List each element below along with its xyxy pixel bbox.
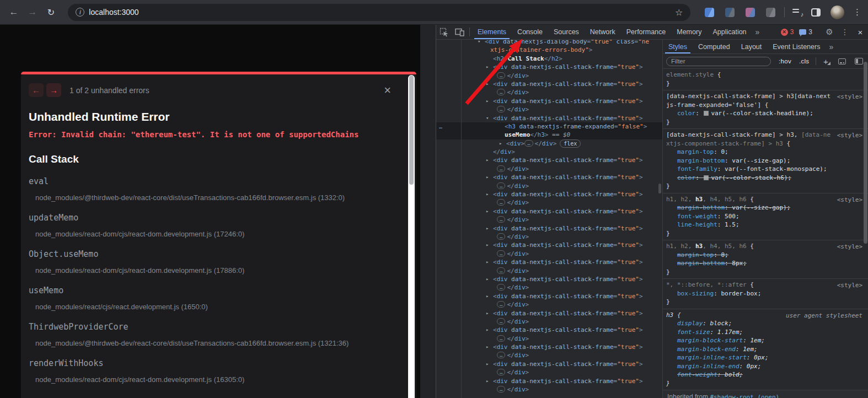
rendering-emulation-icon[interactable] (838, 58, 846, 64)
devtools-menu-icon[interactable]: ⋮ (837, 28, 853, 36)
shadow-root-link[interactable]: #shadow-root (open) (710, 394, 779, 398)
inspect-element-icon[interactable] (436, 25, 452, 39)
tab-console[interactable]: Console (512, 25, 548, 39)
color-swatch[interactable] (704, 175, 709, 180)
expand-ellipsis-button[interactable]: … (497, 233, 505, 240)
expanded-arrow-icon[interactable]: ▾ (486, 114, 489, 122)
dom-tree-row[interactable]: ▸<div data-nextjs-call-stack-frame="true… (436, 326, 662, 334)
collapsed-arrow-icon[interactable]: ▸ (486, 377, 489, 385)
css-property[interactable]: line-height: 1.5; (666, 220, 860, 229)
dom-tree-row[interactable]: ▸<div data-nextjs-call-stack-frame="true… (436, 275, 662, 283)
extension-blue-gray[interactable] (725, 8, 735, 17)
tab-sources[interactable]: Sources (548, 25, 585, 39)
sidebar-tab-event-listeners[interactable]: Event Listeners (767, 40, 826, 53)
dom-tree-row[interactable]: ▸<div data-nextjs-call-stack-frame="true… (436, 207, 662, 216)
tab-performance[interactable]: Performance (621, 25, 672, 39)
extension-gray[interactable] (766, 8, 775, 17)
collapsed-arrow-icon[interactable]: ▸ (486, 156, 489, 164)
device-toolbar-icon[interactable] (452, 25, 467, 39)
dom-tree-row[interactable]: …</div> (436, 216, 662, 224)
toggle-sidebar-icon[interactable] (855, 58, 863, 64)
dom-tree-row[interactable]: useMemo</h3> == $0 (436, 131, 662, 139)
call-stack-frame[interactable]: renderWithHooksnode_modules/react-dom/cj… (29, 358, 391, 384)
style-origin-link[interactable]: <style> (837, 243, 862, 251)
expand-ellipsis-button[interactable]: … (497, 72, 505, 79)
dom-tree-row[interactable]: …</div> (436, 351, 662, 359)
dom-tree-row[interactable]: ▸<div data-nextjs-call-stack-frame="true… (436, 360, 662, 368)
collapsed-arrow-icon[interactable]: ▸ (486, 275, 489, 283)
css-property[interactable]: margin-inline-start: 0px; (666, 353, 860, 362)
more-tabs-icon[interactable]: » (752, 25, 763, 39)
dom-tree-row[interactable]: …</div> (436, 283, 662, 292)
dom-tree-row[interactable]: <h2>Call Stack</h2> (436, 55, 662, 63)
tab-application[interactable]: Application (707, 25, 752, 39)
dom-tree-row[interactable]: ▸<div data-nextjs-call-stack-frame="true… (436, 63, 662, 71)
dom-tree-row[interactable]: xtjs-container-errors-body"> (436, 46, 662, 54)
console-errors-badge[interactable]: ✕ 3 (781, 28, 794, 36)
css-property[interactable]: margin-block-end: 1em; (666, 345, 860, 354)
call-stack-frame[interactable]: Object.useMemonode_modules/react-dom/cjs… (29, 249, 391, 275)
expand-ellipsis-button[interactable]: … (497, 165, 505, 172)
css-property[interactable]: margin-bottom: 8px; (666, 259, 860, 268)
css-property[interactable]: color: var(--color-stack-headline); (666, 109, 860, 118)
collapsed-arrow-icon[interactable]: ▸ (486, 97, 489, 105)
sidebar-tab-styles[interactable]: Styles (663, 40, 693, 53)
dom-tree-row[interactable]: …</div> (436, 267, 662, 275)
rule-selector[interactable]: *, *::before, *::after { (666, 281, 860, 289)
collapsed-arrow-icon[interactable]: ▸ (486, 309, 489, 318)
close-overlay-icon[interactable]: × (384, 85, 391, 96)
extension-pink-blue[interactable] (746, 8, 755, 17)
dom-tree-row[interactable]: ▸<div>…</div>flex (436, 139, 662, 148)
dom-tree-row[interactable]: ▸<div data-nextjs-call-stack-frame="true… (436, 80, 662, 88)
dom-tree-row[interactable]: ▸<div data-nextjs-call-stack-frame="true… (436, 173, 662, 181)
css-property[interactable]: margin-bottom: var(--size-gap); (666, 203, 860, 212)
dialog-scrollbar-thumb[interactable] (409, 76, 414, 185)
collapsed-arrow-icon[interactable]: ▸ (486, 207, 489, 216)
console-messages-badge[interactable]: 3 (799, 28, 812, 36)
rule-selector[interactable]: element.style { (666, 71, 860, 79)
rule-selector[interactable]: [data-nextjs-call-stack-frame] > h3[data… (666, 92, 860, 109)
tab-elements[interactable]: Elements (472, 25, 512, 39)
call-stack-frame[interactable]: evalnode_modules/@thirdweb-dev/react-cor… (29, 176, 391, 202)
dom-tree-row[interactable]: …</div> (436, 385, 662, 394)
expand-ellipsis-button[interactable]: … (497, 335, 505, 342)
css-property[interactable]: margin-top: 0; (666, 251, 860, 260)
collapsed-arrow-icon[interactable]: ▸ (499, 139, 502, 148)
style-origin-link[interactable]: <style> (837, 196, 862, 205)
css-property[interactable]: font-weight: 500; (666, 212, 860, 221)
dom-tree-row[interactable]: ▸<div data-nextjs-call-stack-frame="true… (436, 377, 662, 385)
reload-button[interactable]: ↻ (42, 7, 61, 18)
collapsed-arrow-icon[interactable]: ▸ (486, 258, 489, 266)
expand-ellipsis-button[interactable]: … (497, 89, 505, 95)
css-property[interactable]: box-sizing: border-box; (666, 289, 860, 298)
dom-tree-row[interactable]: …</div> (436, 318, 662, 326)
dom-tree-row[interactable]: ▸<div data-nextjs-call-stack-frame="true… (436, 343, 662, 351)
devtools-close-icon[interactable]: × (853, 28, 868, 37)
collapsed-arrow-icon[interactable]: ▸ (486, 190, 489, 198)
call-stack-frame[interactable]: useMemonode_modules/react/cjs/react.deve… (29, 286, 391, 311)
dom-tree-row[interactable]: …</div> (436, 72, 662, 80)
dom-tree-row[interactable]: ▾<div data-nextjs-dialog-body="true" cla… (436, 40, 662, 46)
flex-adorner-badge[interactable]: flex (560, 139, 581, 148)
dom-tree-row[interactable]: …</div> (436, 165, 662, 173)
extension-blue[interactable] (705, 8, 714, 17)
expand-ellipsis-button[interactable]: … (497, 352, 505, 358)
dom-tree-row[interactable]: </div> (436, 148, 662, 156)
dom-tree-row[interactable]: ▸<div data-nextjs-call-stack-frame="true… (436, 258, 662, 266)
dom-tree-row[interactable]: …</div> (436, 105, 662, 114)
expanded-arrow-icon[interactable]: ▾ (478, 40, 480, 46)
styles-scrollbar-thumb[interactable] (864, 62, 867, 244)
tree-scrollbar-thumb[interactable] (658, 184, 661, 193)
collapsed-arrow-icon[interactable]: ▸ (486, 360, 489, 368)
dom-tree-row[interactable]: ▸<div data-nextjs-call-stack-frame="true… (436, 97, 662, 105)
expand-ellipsis-button[interactable]: … (497, 106, 505, 112)
dom-tree-row[interactable]: …</div> (436, 233, 662, 241)
dom-tree-row[interactable]: ▾<div data-nextjs-call-stack-frame="true… (436, 114, 662, 122)
devtools-settings-icon[interactable]: ⚙ (822, 27, 837, 37)
address-bar[interactable]: i localhost:3000 ☆ (68, 4, 690, 21)
collapsed-arrow-icon[interactable]: ▸ (486, 241, 489, 249)
css-property[interactable]: font-family: var(--font-stack-monospace)… (666, 165, 860, 174)
css-property[interactable]: font-size: 1.17em; (666, 328, 860, 337)
call-stack-frame[interactable]: updateMemonode_modules/react-dom/cjs/rea… (29, 213, 391, 238)
expand-ellipsis-button[interactable]: … (497, 250, 505, 257)
